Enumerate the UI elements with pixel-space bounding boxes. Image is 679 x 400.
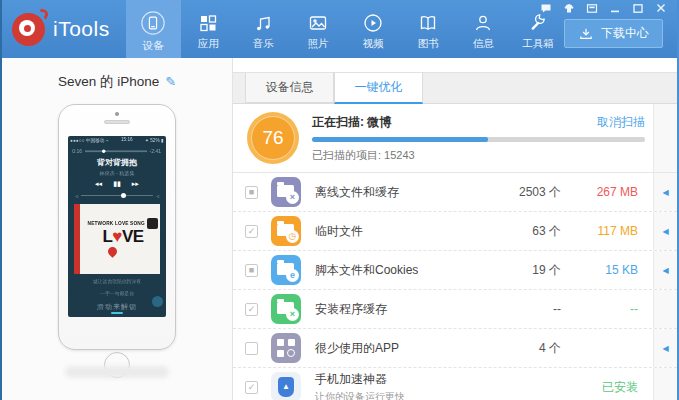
item-name: 离线文件和缓存 [315, 184, 399, 201]
heart-icon: ♥ [112, 227, 122, 246]
panel-icon[interactable] [586, 3, 598, 14]
photos-icon [307, 12, 329, 34]
books-icon [417, 12, 439, 34]
list-item-cookies[interactable]: ■ e 脚本文件和Cookies 19 个 15 KB ◀ [233, 251, 677, 290]
installer-cache-folder-icon: × [271, 294, 301, 324]
album-red-strip [74, 204, 80, 274]
tab-one-click-optimize[interactable]: 一键优化 [334, 72, 423, 104]
brand-name: iTools [53, 17, 110, 41]
nav-item-music[interactable]: 音乐 [236, 0, 291, 58]
phone-booster-rocket-icon: ▲ [271, 372, 301, 400]
previous-track-icon: ◂◂ [95, 180, 102, 188]
nav-item-device[interactable]: 设备 [126, 0, 181, 58]
download-center-button[interactable]: 下载中心 [564, 19, 663, 48]
feedback-icon[interactable] [540, 3, 552, 14]
expand-cell: ◀ [653, 251, 677, 289]
phone-screen: ●●●○○ 中国移动 ⌁ 15:16 ✦ 52% ▮ 0:16 -2:41 背对… [68, 136, 166, 317]
scan-details: 正在扫描: 微博 取消扫描 已扫描的项目: 15243 [312, 114, 645, 163]
main-nav: 设备 应用 音乐 照片 视频 图书 [126, 0, 566, 58]
pause-icon: ▮▮ [113, 180, 121, 188]
phone-reflection [65, 366, 169, 378]
expand-arrow-icon[interactable]: ◀ [662, 344, 668, 353]
main-area: Seven 的 iPhone✎ ●●●○○ 中国移动 ⌁ 15:16 ✦ 52%… [2, 58, 677, 400]
checkbox[interactable] [245, 342, 258, 355]
checkbox[interactable]: ✓ [245, 225, 258, 238]
nav-label: 应用 [198, 37, 219, 51]
nav-label: 信息 [473, 37, 494, 51]
nav-item-photos[interactable]: 照片 [291, 0, 346, 58]
item-size: 267 MB [561, 185, 653, 199]
checkbox[interactable]: ■ [245, 264, 258, 277]
volume-track [81, 195, 153, 197]
list-item-temp-files[interactable]: ✓ ◷ 临时文件 63 个 117 MB ◀ [233, 212, 677, 251]
expand-arrow-icon[interactable]: ◀ [662, 266, 668, 275]
checkbox[interactable]: ✓ [245, 381, 258, 394]
expand-arrow-icon[interactable]: ◀ [662, 188, 668, 197]
download-icon [578, 26, 594, 42]
scan-status-text: 正在扫描: 微博 [312, 114, 391, 131]
album-heart-graphic [106, 245, 119, 258]
nav-item-books[interactable]: 图书 [401, 0, 456, 58]
lyric-line: 一字一句都是你 [78, 290, 156, 297]
front-camera-dot [115, 112, 119, 116]
album-art: NETWORK LOVE SONG L♥VE [74, 204, 160, 274]
minimize-icon[interactable] [609, 3, 621, 14]
volume-slider: ◃ ◃ [68, 188, 166, 199]
nav-item-video[interactable]: 视频 [346, 0, 401, 58]
cookies-folder-icon: e [271, 255, 301, 285]
close-icon[interactable] [655, 3, 667, 14]
nav-label: 图书 [418, 37, 439, 51]
list-item-phone-booster[interactable]: ✓ ▲ 手机加速神器 让你的设备运行更快 已安装 [233, 368, 677, 400]
item-name: 安装程序缓存 [315, 301, 387, 318]
music-icon [252, 12, 274, 34]
list-item-installer-cache[interactable]: ✓ × 安装程序缓存 -- -- [233, 290, 677, 329]
nav-item-contacts[interactable]: 信息 [456, 0, 511, 58]
cancel-scan-link[interactable]: 取消扫描 [597, 114, 645, 131]
song-artist: 林俊杰 - 精选集 [75, 170, 158, 178]
right-gutter [653, 104, 677, 172]
item-name: 手机加速神器 让你的设备运行更快 [315, 371, 405, 400]
download-label: 下载中心 [601, 25, 649, 42]
expand-cell: ◀ [653, 329, 677, 367]
scan-percent-circle: 76 [247, 112, 299, 164]
item-size: -- [561, 302, 653, 316]
list-item-rarely-used-apps[interactable]: 很少使用的APP 4 个 ◀ [233, 329, 677, 368]
maximize-icon[interactable] [632, 3, 644, 14]
earpiece-slot [104, 120, 130, 124]
item-count: 2503 个 [456, 184, 561, 201]
scan-progress-bar [312, 137, 645, 142]
album-corner-badge [147, 218, 158, 229]
next-track-icon: ▸▸ [132, 180, 139, 188]
item-size: 117 MB [561, 224, 653, 238]
phone-scrubber: 0:16 -2:41 [68, 147, 165, 154]
video-icon [362, 12, 384, 34]
item-size: 15 KB [561, 263, 653, 277]
camera-shortcut-icon [152, 296, 163, 307]
expand-cell: ◀ [653, 212, 677, 250]
tab-strip: 设备信息 一键优化 [233, 72, 677, 104]
item-status: 已安装 [561, 379, 653, 396]
top-toolbar: iTools 设备 应用 音乐 照片 视频 [2, 0, 677, 58]
tab-device-info[interactable]: 设备信息 [245, 72, 334, 103]
skin-icon[interactable] [563, 3, 575, 14]
expand-cell: ◀ [653, 173, 677, 211]
edit-device-name-icon[interactable]: ✎ [165, 74, 176, 89]
lyric-line: 就让这首歌陪你到深夜 [78, 278, 156, 285]
brand: iTools [2, 0, 126, 58]
device-panel: Seven 的 iPhone✎ ●●●○○ 中国移动 ⌁ 15:16 ✦ 52%… [2, 58, 233, 400]
device-icon [140, 10, 166, 36]
expand-arrow-icon[interactable]: ◀ [662, 227, 668, 236]
item-count: 63 个 [456, 223, 561, 240]
optimize-list: ■ × 离线文件和缓存 2503 个 267 MB ◀ ✓ ◷ 临时文件 63 … [233, 173, 677, 400]
nav-label: 设备 [143, 39, 164, 53]
item-name: 脚本文件和Cookies [315, 262, 418, 279]
nav-item-apps[interactable]: 应用 [181, 0, 236, 58]
checkbox[interactable]: ■ [245, 186, 258, 199]
nav-label: 音乐 [253, 37, 274, 51]
list-item-offline-files[interactable]: ■ × 离线文件和缓存 2503 个 267 MB ◀ [233, 173, 677, 212]
nav-label: 照片 [308, 37, 329, 51]
offline-files-folder-icon: × [271, 177, 301, 207]
album-caption: NETWORK LOVE SONG [87, 221, 145, 226]
item-count: 4 个 [456, 340, 561, 357]
checkbox[interactable]: ✓ [245, 303, 258, 316]
